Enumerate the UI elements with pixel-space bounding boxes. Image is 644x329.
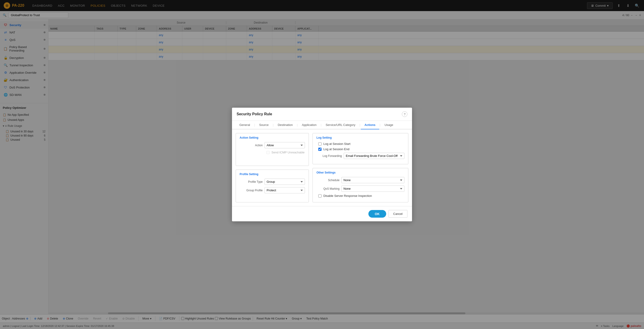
tab-destination[interactable]: Destination: [274, 121, 296, 129]
send-icmp-checkbox-row: Send ICMP Unreachable: [264, 151, 305, 154]
modal-header: Security Policy Rule ?: [232, 108, 412, 121]
profile-setting-title: Profile Setting: [240, 173, 305, 176]
action-select[interactable]: Allow Deny Drop: [264, 142, 305, 148]
other-settings-title: Other Settings: [316, 171, 404, 174]
tab-divider-1: |: [254, 121, 255, 129]
ok-button[interactable]: OK: [368, 210, 386, 218]
group-profile-select[interactable]: Protect Default Custom: [264, 187, 305, 193]
group-profile-row: Group Profile Protect Default Custom: [240, 187, 305, 193]
tab-source[interactable]: Source: [256, 121, 272, 129]
log-session-start-row: Log at Session Start: [316, 142, 404, 146]
profile-type-label: Profile Type: [240, 180, 263, 183]
tab-divider-2: |: [272, 121, 274, 129]
tab-divider-4: |: [320, 121, 322, 129]
log-setting-title: Log Setting: [316, 136, 404, 139]
schedule-select[interactable]: None: [342, 177, 404, 183]
log-forwarding-row: Log Forwarding None Email Forwarding Bru…: [316, 153, 404, 159]
profile-type-row: Profile Type None Profiles Group: [240, 179, 305, 185]
security-policy-rule-modal: Security Policy Rule ? General | Source …: [232, 108, 412, 221]
tab-service-url[interactable]: Service/URL Category: [322, 121, 359, 129]
send-icmp-row: Send ICMP Unreachable: [240, 151, 305, 156]
action-setting-panel: Action Setting Action Allow Deny Drop: [236, 133, 309, 166]
action-form-row: Action Allow Deny Drop: [240, 142, 305, 148]
modal-body: Action Setting Action Allow Deny Drop: [232, 129, 412, 206]
tab-divider-6: |: [379, 121, 381, 129]
qos-marking-row: QoS Marking None: [316, 186, 404, 192]
modal-title: Security Policy Rule: [236, 112, 272, 116]
log-session-start-checkbox[interactable]: [318, 142, 322, 146]
profile-setting-panel: Profile Setting Profile Type None Profil…: [236, 170, 309, 202]
schedule-row: Schedule None: [316, 177, 404, 183]
disable-server-row: Disable Server Response Inspection: [316, 194, 404, 198]
qos-marking-label: QoS Marking: [316, 187, 340, 190]
tab-application[interactable]: Application: [298, 121, 320, 129]
modal-help-button[interactable]: ?: [402, 111, 408, 117]
schedule-label: Schedule: [316, 179, 340, 182]
action-setting-title: Action Setting: [240, 136, 305, 139]
tab-divider-5: |: [359, 121, 361, 129]
log-forwarding-label: Log Forwarding: [316, 154, 342, 158]
tab-usage[interactable]: Usage: [381, 121, 397, 129]
cancel-button[interactable]: Cancel: [388, 210, 408, 218]
right-column: Log Setting Log at Session Start Log at …: [312, 133, 408, 202]
tab-divider-3: |: [296, 121, 298, 129]
send-icmp-label: Send ICMP Unreachable: [272, 151, 305, 154]
qos-marking-select[interactable]: None: [342, 186, 404, 192]
log-setting-panel: Log Setting Log at Session Start Log at …: [312, 133, 408, 164]
other-settings-panel: Other Settings Schedule None QoS Marking…: [312, 168, 408, 202]
log-session-end-checkbox[interactable]: [318, 148, 322, 151]
profile-type-select[interactable]: None Profiles Group: [264, 179, 305, 185]
group-profile-label: Group Profile: [240, 189, 263, 192]
log-session-start-label: Log at Session Start: [324, 142, 350, 146]
modal-backdrop: Security Policy Rule ? General | Source …: [0, 0, 644, 314]
disable-server-checkbox[interactable]: [318, 194, 322, 198]
action-label: Action: [240, 144, 263, 147]
left-column: Action Setting Action Allow Deny Drop: [236, 133, 309, 202]
modal-footer: OK Cancel: [232, 206, 412, 221]
tab-general[interactable]: General: [236, 121, 254, 129]
log-forwarding-select[interactable]: None Email Forwarding Brute Force Cool-O…: [344, 153, 404, 159]
modal-tabs: General | Source | Destination | Applica…: [232, 121, 412, 129]
log-session-end-label: Log at Session End: [324, 147, 350, 151]
log-session-end-row: Log at Session End: [316, 147, 404, 151]
send-icmp-checkbox[interactable]: [266, 151, 270, 154]
tab-actions[interactable]: Actions: [361, 121, 379, 129]
disable-server-label: Disable Server Response Inspection: [324, 194, 372, 198]
